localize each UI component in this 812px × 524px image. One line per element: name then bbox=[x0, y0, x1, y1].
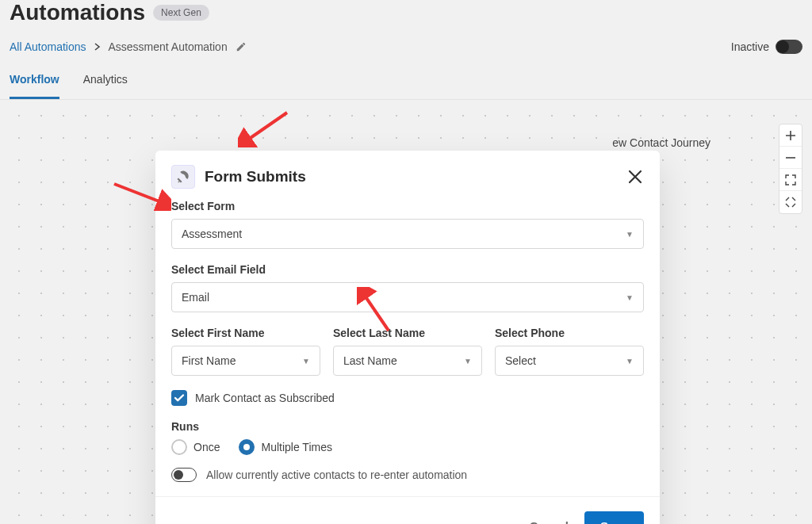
breadcrumb-root-link[interactable]: All Automations bbox=[10, 40, 86, 53]
chevron-right-icon bbox=[94, 40, 101, 53]
form-submits-modal: Form Submits Select Form Assessment ▼ Se… bbox=[155, 151, 660, 524]
contact-journey-button[interactable]: ew Contact Journey bbox=[612, 136, 710, 149]
breadcrumb: All Automations Assessment Automation bbox=[10, 40, 247, 53]
tab-workflow[interactable]: Workflow bbox=[10, 63, 59, 99]
select-first-name-value: First Name bbox=[182, 354, 236, 367]
select-email-value: Email bbox=[182, 291, 209, 304]
next-gen-badge: Next Gen bbox=[153, 5, 209, 21]
close-icon[interactable] bbox=[626, 168, 644, 186]
breadcrumb-current: Assessment Automation bbox=[109, 40, 228, 53]
annotation-arrow-icon bbox=[238, 108, 293, 147]
allow-reenter-label: Allow currently active contacts to re-en… bbox=[206, 469, 467, 481]
caret-down-icon: ▼ bbox=[626, 230, 634, 239]
caret-down-icon: ▼ bbox=[302, 357, 310, 365]
zoom-out-button[interactable] bbox=[779, 147, 802, 169]
save-button[interactable]: Save bbox=[584, 511, 644, 524]
zoom-in-button[interactable] bbox=[779, 124, 802, 147]
select-last-name-label: Select Last Name bbox=[333, 327, 482, 339]
page-title: Automations bbox=[10, 0, 145, 25]
runs-multiple-radio[interactable]: Multiple Times bbox=[239, 439, 331, 455]
caret-down-icon: ▼ bbox=[464, 357, 472, 365]
select-last-name-value: Last Name bbox=[343, 354, 397, 367]
select-phone-dropdown[interactable]: Select ▼ bbox=[495, 346, 644, 376]
workflow-canvas[interactable]: ew Contact Journey Form Submits bbox=[0, 100, 812, 524]
caret-down-icon: ▼ bbox=[626, 293, 634, 302]
select-form-value: Assessment bbox=[182, 228, 242, 240]
pencil-icon[interactable] bbox=[236, 41, 247, 52]
rocket-icon bbox=[171, 165, 195, 189]
fullscreen-icon[interactable] bbox=[779, 169, 802, 191]
select-phone-label: Select Phone bbox=[495, 327, 644, 339]
runs-once-label: Once bbox=[193, 441, 220, 453]
runs-once-radio[interactable]: Once bbox=[171, 439, 220, 455]
status-label: Inactive bbox=[731, 40, 769, 53]
select-form-label: Select Form bbox=[171, 200, 644, 212]
active-toggle[interactable] bbox=[776, 40, 802, 54]
caret-down-icon: ▼ bbox=[626, 357, 634, 365]
runs-multiple-label: Multiple Times bbox=[261, 441, 331, 453]
cancel-button[interactable]: Cancel bbox=[530, 519, 569, 524]
select-form-dropdown[interactable]: Assessment ▼ bbox=[171, 219, 644, 249]
modal-title: Form Submits bbox=[205, 168, 306, 186]
fit-icon[interactable] bbox=[779, 191, 802, 213]
runs-label: Runs bbox=[171, 420, 644, 433]
select-phone-value: Select bbox=[505, 354, 536, 367]
select-first-name-dropdown[interactable]: First Name ▼ bbox=[171, 346, 320, 376]
mark-subscribed-label: Mark Contact as Subscribed bbox=[195, 392, 335, 404]
select-first-name-label: Select First Name bbox=[171, 327, 320, 339]
tab-analytics[interactable]: Analytics bbox=[83, 63, 128, 99]
select-email-label: Select Email Field bbox=[171, 263, 644, 276]
allow-reenter-toggle[interactable] bbox=[171, 468, 197, 482]
select-email-dropdown[interactable]: Email ▼ bbox=[171, 282, 644, 312]
mark-subscribed-checkbox[interactable] bbox=[171, 390, 187, 406]
select-last-name-dropdown[interactable]: Last Name ▼ bbox=[333, 346, 482, 376]
canvas-controls bbox=[779, 124, 802, 214]
